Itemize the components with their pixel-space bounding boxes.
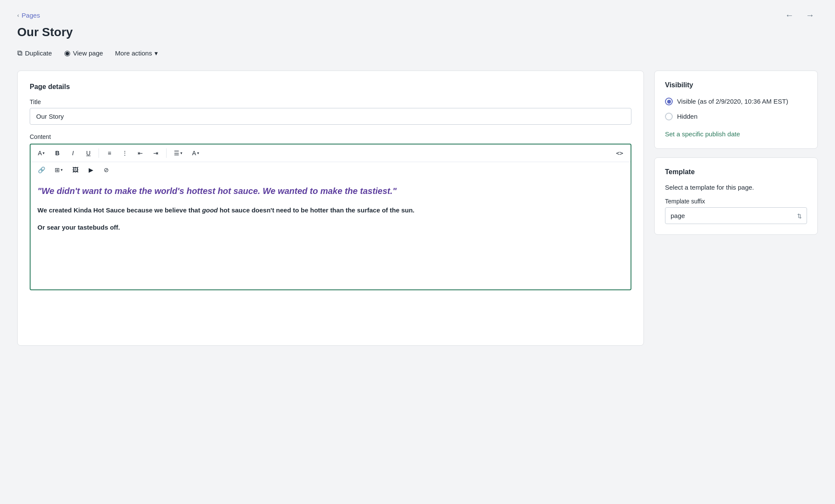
align-dropdown-icon: ▾ xyxy=(180,151,182,155)
visibility-title: Visibility xyxy=(665,81,807,89)
visible-radio[interactable] xyxy=(665,98,673,105)
body-paragraph-1: We created Kinda Hot Sauce because we be… xyxy=(37,205,624,215)
action-bar: ⧉ Duplicate ◉ View page More actions ▾ xyxy=(17,46,818,60)
ordered-list-button[interactable]: ⋮ xyxy=(118,147,132,159)
unordered-list-button[interactable]: ≡ xyxy=(102,147,116,159)
italic-button[interactable]: I xyxy=(66,147,80,159)
page-details-title: Page details xyxy=(30,83,631,91)
align-button[interactable]: ☰ ▾ xyxy=(170,147,186,159)
code-icon: <> xyxy=(616,150,623,157)
body-paragraph-2: Or sear your tastebuds off. xyxy=(37,222,624,233)
link-button[interactable]: 🔗 xyxy=(34,164,49,176)
code-view-button[interactable]: <> xyxy=(612,147,627,159)
title-input[interactable] xyxy=(30,108,631,125)
template-suffix-select[interactable]: page blank contact xyxy=(665,207,807,224)
block-icon: ⊘ xyxy=(104,166,109,173)
main-content: Page details Title Content A ▾ B I xyxy=(17,71,818,346)
table-icon: ⊞ xyxy=(55,166,60,173)
view-page-button[interactable]: ◉ View page xyxy=(64,46,109,60)
forward-button[interactable]: → xyxy=(802,9,818,22)
link-icon: 🔗 xyxy=(38,166,45,173)
bold-button[interactable]: B xyxy=(50,147,64,159)
table-dropdown-icon: ▾ xyxy=(61,168,63,172)
template-description: Select a template for this page. xyxy=(665,184,807,191)
block-button[interactable]: ⊘ xyxy=(99,164,113,176)
visible-label: Visible (as of 2/9/2020, 10:36 AM EST) xyxy=(677,97,788,106)
hidden-radio[interactable] xyxy=(665,113,673,120)
underline-icon: U xyxy=(86,150,90,157)
visibility-card: Visibility Visible (as of 2/9/2020, 10:3… xyxy=(654,71,818,149)
quote-text: "We didn't want to make the world's hott… xyxy=(37,184,624,197)
bold-icon: B xyxy=(55,150,59,157)
breadcrumb-row: ‹ Pages ← → xyxy=(17,9,818,22)
more-actions-label: More actions xyxy=(115,49,152,57)
font-dropdown-icon: ▾ xyxy=(43,151,45,155)
hidden-option[interactable]: Hidden xyxy=(665,112,807,121)
right-panel: Visibility Visible (as of 2/9/2020, 10:3… xyxy=(654,71,818,235)
video-icon: ▶ xyxy=(89,166,93,173)
more-actions-button[interactable]: More actions ▾ xyxy=(115,47,158,60)
text-color-icon: A xyxy=(192,150,196,157)
template-suffix-label: Template suffix xyxy=(665,198,807,205)
template-card: Template Select a template for this page… xyxy=(654,157,818,235)
page-wrapper: ‹ Pages ← → Our Story ⧉ Duplicate ◉ View… xyxy=(0,0,835,363)
toolbar-row-2: 🔗 ⊞ ▾ 🖼 ▶ ⊘ xyxy=(31,162,631,178)
more-actions-chevron-icon: ▾ xyxy=(155,49,158,57)
text-color-button[interactable]: A ▾ xyxy=(188,147,203,159)
align-icon: ☰ xyxy=(174,150,179,157)
title-label: Title xyxy=(30,98,631,105)
content-label: Content xyxy=(30,133,631,140)
duplicate-icon: ⧉ xyxy=(17,49,22,58)
image-icon: 🖼 xyxy=(72,166,78,173)
breadcrumb-label: Pages xyxy=(22,12,40,19)
editor-content[interactable]: "We didn't want to make the world's hott… xyxy=(31,178,631,289)
breadcrumb[interactable]: ‹ Pages xyxy=(17,12,40,19)
template-title: Template xyxy=(665,168,807,176)
breadcrumb-chevron-icon: ‹ xyxy=(17,12,19,18)
publish-date-link[interactable]: Set a specific publish date xyxy=(665,130,740,138)
duplicate-label: Duplicate xyxy=(25,49,52,57)
visible-option[interactable]: Visible (as of 2/9/2020, 10:36 AM EST) xyxy=(665,97,807,106)
editor-container: A ▾ B I U ≡ xyxy=(30,144,631,290)
template-suffix-wrapper: page blank contact ⇅ xyxy=(665,207,807,224)
left-panel: Page details Title Content A ▾ B I xyxy=(17,71,644,346)
indent-less-icon: ⇤ xyxy=(138,150,143,157)
indent-less-button[interactable]: ⇤ xyxy=(133,147,147,159)
hidden-label: Hidden xyxy=(677,112,698,121)
italic-icon: I xyxy=(72,150,74,157)
video-button[interactable]: ▶ xyxy=(84,164,98,176)
visible-radio-inner xyxy=(667,100,671,104)
italic-good: good xyxy=(202,206,218,214)
indent-more-icon: ⇥ xyxy=(153,150,158,157)
page-title: Our Story xyxy=(17,25,818,39)
font-button[interactable]: A ▾ xyxy=(34,147,49,159)
toolbar-sep-2 xyxy=(166,148,167,158)
font-icon: A xyxy=(38,150,42,157)
toolbar-sep-1 xyxy=(99,148,99,158)
underline-button[interactable]: U xyxy=(81,147,95,159)
image-button[interactable]: 🖼 xyxy=(68,164,82,176)
back-button[interactable]: ← xyxy=(782,9,797,22)
toolbar-row-1: A ▾ B I U ≡ xyxy=(31,144,631,162)
view-page-label: View page xyxy=(73,49,103,57)
duplicate-button[interactable]: ⧉ Duplicate xyxy=(17,46,58,60)
nav-arrows: ← → xyxy=(782,9,818,22)
text-color-dropdown-icon: ▾ xyxy=(197,151,199,155)
table-button[interactable]: ⊞ ▾ xyxy=(51,164,67,176)
ol-icon: ⋮ xyxy=(122,150,128,157)
indent-more-button[interactable]: ⇥ xyxy=(149,147,163,159)
eye-icon: ◉ xyxy=(64,49,71,58)
ul-icon: ≡ xyxy=(108,150,111,157)
